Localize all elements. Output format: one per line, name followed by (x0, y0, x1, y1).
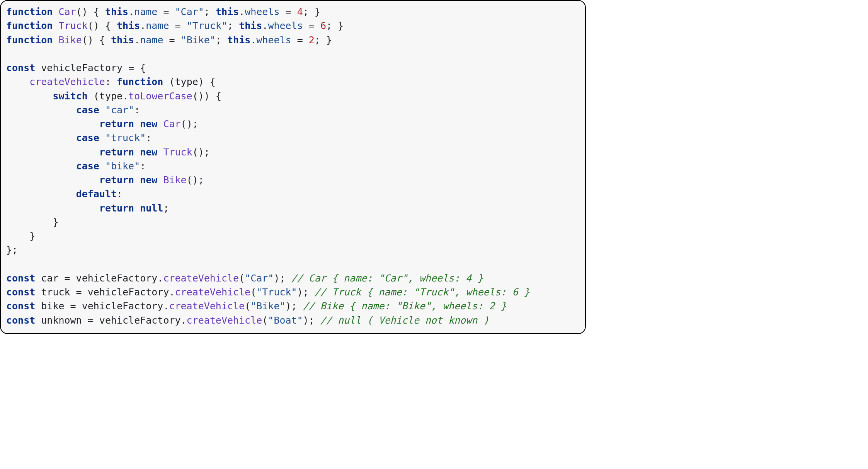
code-block: function Car() { this.name = "Car"; this… (0, 0, 586, 334)
code-content: function Car() { this.name = "Car"; this… (6, 6, 530, 326)
